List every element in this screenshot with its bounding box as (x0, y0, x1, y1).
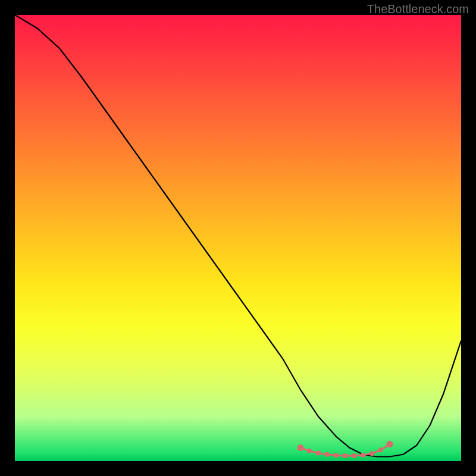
highlight-point (378, 447, 383, 452)
highlight-point (307, 449, 312, 453)
watermark-text: TheBottleneck.com (367, 2, 469, 16)
highlight-point (298, 444, 304, 451)
highlight-point (316, 451, 321, 456)
bottleneck-curve (15, 15, 461, 457)
highlight-point (369, 451, 374, 456)
highlight-point (387, 441, 393, 447)
highlight-point (343, 453, 347, 458)
chart-area (15, 15, 461, 461)
highlight-point (361, 453, 365, 458)
highlight-point (352, 453, 356, 458)
highlight-point (334, 453, 339, 458)
chart-svg (15, 15, 461, 461)
highlight-point (325, 452, 330, 457)
